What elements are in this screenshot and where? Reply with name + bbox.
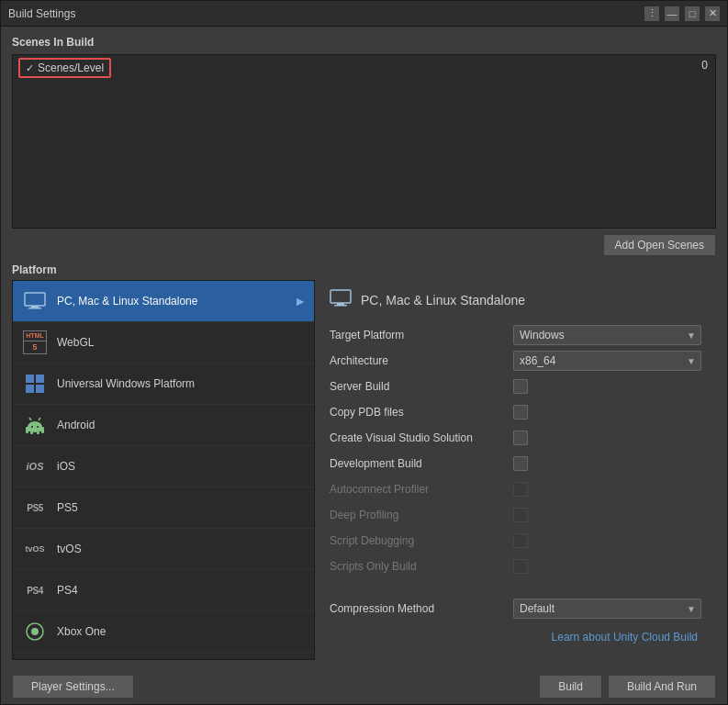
platform-item-pc[interactable]: PC, Mac & Linux Standalone ► (13, 281, 314, 322)
server-build-label: Server Build (330, 380, 513, 393)
platform-name-tvos: tvOS (57, 543, 305, 555)
platform-name-ps5: PS5 (57, 501, 305, 514)
ps5-icon: PS5 (22, 495, 48, 520)
settings-row-copy-pdb: Copy PDB files (330, 402, 701, 422)
platform-name-ps4: PS4 (57, 584, 305, 597)
settings-title: PC, Mac & Linux Standalone (330, 289, 701, 310)
settings-platform-title: PC, Mac & Linux Standalone (361, 293, 525, 308)
architecture-select[interactable]: x86_64 x86 (513, 351, 701, 371)
settings-row-vs-solution: Create Visual Studio Solution (330, 428, 701, 448)
settings-panel: PC, Mac & Linux Standalone Target Platfo… (315, 280, 716, 660)
svg-rect-21 (334, 305, 347, 307)
settings-row-deep-profiling: Deep Profiling (330, 505, 701, 525)
tvos-icon: tvOS (22, 536, 48, 562)
cloud-build-link[interactable]: Learn about Unity Cloud Build (552, 631, 698, 643)
title-bar: Build Settings ⋮ — □ ✕ (1, 1, 727, 27)
svg-rect-4 (36, 375, 44, 383)
platform-section-label: Platform (12, 263, 716, 276)
scene-item-inner: ✓ Scenes/Level (18, 58, 111, 78)
architecture-dropdown-wrapper: x86_64 x86 ▼ (513, 351, 701, 371)
script-debugging-checkbox (513, 533, 528, 548)
platform-name-uwp: Universal Windows Platform (57, 377, 305, 390)
scenes-area: ✓ Scenes/Level 0 (12, 54, 716, 229)
svg-rect-13 (26, 427, 28, 433)
platform-item-android[interactable]: Android (13, 405, 314, 446)
svg-rect-14 (41, 427, 44, 433)
svg-point-18 (31, 628, 39, 635)
script-debugging-label: Script Debugging (330, 534, 513, 547)
ps4-icon: PS4 (22, 577, 48, 603)
settings-row-autoconnect: Autoconnect Profiler (330, 479, 701, 499)
copy-pdb-label: Copy PDB files (330, 406, 513, 419)
platform-item-webgl[interactable]: HTML 5 WebGL (13, 322, 314, 364)
svg-point-10 (37, 426, 39, 428)
settings-row-script-debugging: Script Debugging (330, 531, 701, 551)
svg-line-11 (29, 418, 31, 420)
platform-list-container: PC, Mac & Linux Standalone ► HTML 5 WebG… (12, 280, 315, 660)
settings-row-compression: Compression Method Default LZ4 LZ4HC ▼ (330, 599, 701, 619)
autoconnect-label: Autoconnect Profiler (330, 483, 513, 496)
scene-index: 0 (701, 59, 708, 72)
scripts-only-checkbox (513, 559, 528, 574)
svg-rect-0 (25, 293, 45, 306)
add-open-scenes-button[interactable]: Add Open Scenes (603, 234, 716, 256)
dev-build-checkbox[interactable] (513, 456, 528, 471)
more-options-button[interactable]: ⋮ (644, 6, 659, 21)
copy-pdb-checkbox[interactable] (513, 405, 528, 420)
vs-solution-checkbox[interactable] (513, 431, 528, 445)
platform-item-uwp[interactable]: Universal Windows Platform (13, 364, 314, 405)
settings-row-server-build: Server Build (330, 376, 701, 397)
svg-rect-1 (31, 306, 39, 308)
settings-row-scripts-only: Scripts Only Build (330, 556, 701, 576)
xbox-icon (22, 619, 48, 644)
svg-rect-19 (330, 290, 351, 303)
server-build-checkbox[interactable] (513, 379, 528, 394)
autoconnect-checkbox (513, 482, 528, 497)
scripts-only-label: Scripts Only Build (330, 560, 513, 573)
svg-rect-6 (36, 385, 44, 393)
compression-select[interactable]: Default LZ4 LZ4HC (513, 599, 701, 619)
dev-build-label: Development Build (330, 457, 513, 470)
platform-item-ios[interactable]: iOS iOS (13, 446, 314, 487)
close-button[interactable]: ✕ (705, 6, 720, 21)
svg-rect-16 (37, 431, 39, 434)
bottom-area: Player Settings... Build Build And Run (1, 669, 727, 704)
target-platform-select[interactable]: Windows Mac OS X Linux (513, 325, 701, 345)
scene-item[interactable]: ✓ Scenes/Level 0 (13, 55, 715, 81)
build-button[interactable]: Build (539, 675, 602, 699)
platform-name-xbox: Xbox One (57, 625, 305, 638)
platform-item-ps5[interactable]: PS5 PS5 (13, 487, 314, 529)
platform-section: PC, Mac & Linux Standalone ► HTML 5 WebG… (12, 280, 716, 660)
svg-line-12 (39, 418, 40, 420)
deep-profiling-checkbox (513, 508, 528, 522)
cloud-build-section: Learn about Unity Cloud Build (330, 631, 701, 643)
maximize-button[interactable]: □ (685, 6, 700, 21)
android-icon (22, 412, 48, 438)
architecture-label: Architecture (330, 354, 513, 367)
platform-name-pc: PC, Mac & Linux Standalone (57, 295, 305, 308)
title-bar-left: Build Settings (8, 7, 75, 20)
add-open-scenes-row: Add Open Scenes (12, 234, 716, 256)
svg-rect-2 (28, 308, 41, 309)
svg-point-9 (31, 426, 33, 428)
window-title: Build Settings (8, 7, 75, 20)
platform-name-ios: iOS (57, 460, 305, 473)
compression-dropdown-wrapper: Default LZ4 LZ4HC ▼ (513, 599, 701, 619)
svg-rect-3 (26, 375, 34, 383)
minimize-button[interactable]: — (665, 6, 679, 21)
platform-item-tvos[interactable]: tvOS tvOS (13, 529, 314, 570)
svg-rect-20 (337, 303, 344, 305)
build-settings-window: Build Settings ⋮ — □ ✕ Scenes In Build ✓… (0, 0, 728, 705)
settings-title-icon (330, 289, 352, 310)
vs-solution-label: Create Visual Studio Solution (330, 431, 513, 444)
platform-name-android: Android (57, 419, 305, 431)
platform-item-xbox[interactable]: Xbox One (13, 611, 314, 653)
player-settings-button[interactable]: Player Settings... (12, 675, 134, 699)
scene-checkmark: ✓ (26, 62, 34, 74)
compression-label: Compression Method (330, 602, 513, 615)
platform-item-ps4[interactable]: PS4 PS4 (13, 570, 314, 611)
uwp-icon (22, 371, 48, 397)
build-and-run-button[interactable]: Build And Run (608, 675, 716, 699)
deep-profiling-label: Deep Profiling (330, 509, 513, 521)
window-content: Scenes In Build ✓ Scenes/Level 0 Add Ope… (1, 27, 727, 669)
